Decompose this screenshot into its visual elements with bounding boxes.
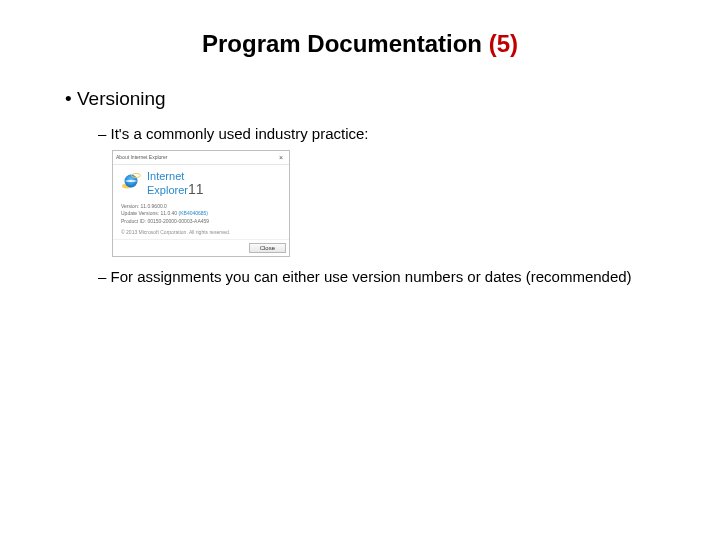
details-update: Update Versions: 11.0.40 (KB4040685) — [121, 210, 281, 218]
ie-logo-icon — [121, 171, 141, 191]
brand-version: 11 — [188, 181, 204, 197]
dialog-footer: Close — [113, 239, 289, 256]
title-suffix: (5) — [489, 30, 518, 57]
bullet-versioning: Versioning — [77, 88, 166, 109]
slide-title: Program Documentation (5) — [50, 30, 670, 58]
bullet-level2-a: It's a commonly used industry practice: — [98, 124, 670, 144]
kb-link: (KB4040685) — [179, 210, 208, 216]
close-icon: × — [276, 154, 286, 161]
dialog-brand: Internet Explorer11 — [147, 171, 204, 197]
close-button: Close — [249, 243, 286, 253]
dialog-titlebar: About Internet Explorer × — [113, 151, 289, 165]
dialog-details: Version: 11.0.9600.0 Update Versions: 11… — [113, 201, 289, 228]
dialog-copyright: © 2013 Microsoft Corporation. All rights… — [113, 227, 289, 239]
bullet-level1: Versioning — [65, 88, 670, 110]
bullet-practice: It's a commonly used industry practice: — [111, 125, 369, 142]
title-main: Program Documentation — [202, 30, 482, 57]
bullet-assignments: For assignments you can either use versi… — [111, 268, 632, 285]
bullet-level2-b: For assignments you can either use versi… — [98, 267, 670, 287]
details-version: Version: 11.0.9600.0 — [121, 203, 281, 211]
dialog-body: Internet Explorer11 — [113, 165, 289, 201]
about-dialog-screenshot: About Internet Explorer × — [112, 150, 290, 258]
brand-line2: Explorer11 — [147, 182, 204, 197]
dialog-window-title: About Internet Explorer — [116, 154, 167, 160]
details-product-id: Product ID: 00150-20000-00003-AA459 — [121, 218, 281, 226]
